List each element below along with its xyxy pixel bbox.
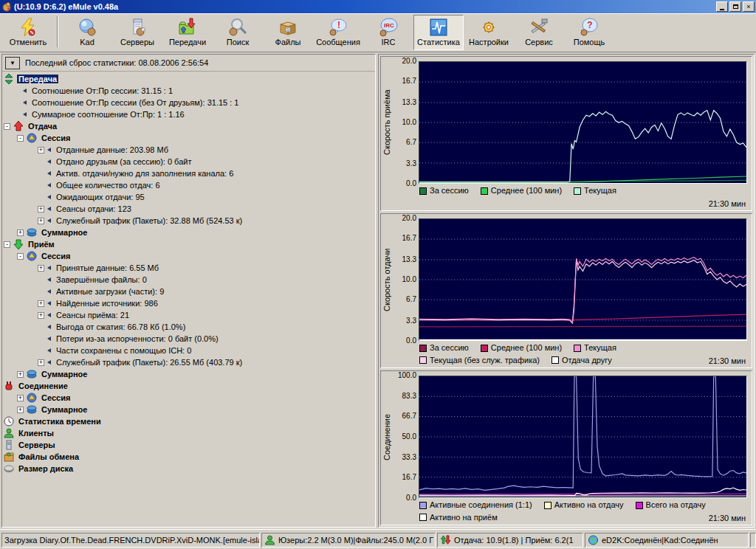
expand-toggle-icon[interactable]: +: [17, 395, 24, 401]
tree-item[interactable]: -Сессия: [2, 132, 375, 144]
window-controls: ×: [715, 1, 755, 12]
tree-item[interactable]: Клиенты: [2, 427, 375, 439]
shared-files-icon: [4, 452, 14, 462]
tree-item[interactable]: Передача: [2, 73, 375, 85]
legend-item: Отдача другу: [551, 355, 612, 366]
expand-toggle-icon[interactable]: +: [38, 359, 44, 366]
statistics-dropdown-button[interactable]: ▼: [5, 57, 20, 69]
statistics-tree: ПередачаСоотношение От:Пр сессии: 31.15 …: [2, 72, 375, 527]
close-button[interactable]: ×: [743, 1, 755, 12]
chart-y-axis-label: Скорость отдачи: [382, 218, 394, 341]
toolbar-button-transfers[interactable]: Передачи: [162, 15, 213, 50]
toolbar-button-kad[interactable]: Kad: [62, 15, 112, 50]
toolbar-button-search[interactable]: Поиск: [213, 15, 263, 50]
tree-item[interactable]: +Суммарное: [2, 227, 375, 238]
tree-item[interactable]: Отдано друзьям (за сессию): 0 байт: [2, 156, 375, 168]
irc-bubble-icon: IRC: [379, 17, 398, 37]
tree-item[interactable]: +Суммарное: [2, 368, 375, 380]
toolbar-button-servers[interactable]: Серверы: [112, 15, 162, 50]
tree-item[interactable]: Соединение: [2, 380, 375, 392]
tree-item[interactable]: Части сохранены с помощью ICH: 0: [2, 345, 375, 356]
tree-item[interactable]: +Служебный трафик (Пакеты): 26.55 Мб (40…: [2, 356, 375, 368]
y-tick-label: 16.7: [402, 77, 416, 85]
legend-item: За сессию: [419, 185, 469, 196]
y-tick-label: 13.3: [402, 255, 416, 263]
tree-item[interactable]: +Сеансы приёма: 21: [2, 309, 375, 321]
tree-item[interactable]: Файлы обмена: [2, 451, 375, 463]
toolbar-button-help[interactable]: ?Помощь: [564, 15, 614, 50]
expand-toggle-icon[interactable]: +: [17, 371, 24, 378]
legend-item: Среднее (100 мин): [481, 185, 562, 196]
toolbar-button-irc[interactable]: IRCIRC: [363, 15, 413, 50]
tree-item-label: Сеансы отдачи: 123: [55, 204, 133, 213]
toolbar-button-messages[interactable]: !Сообщения: [313, 15, 363, 50]
tree-item-label: Сеансы приёма: 21: [55, 311, 131, 320]
tree-item[interactable]: Соотношение От:Пр сессии: 31.15 : 1: [2, 85, 375, 97]
minimize-button[interactable]: [716, 1, 728, 12]
expand-toggle-icon[interactable]: -: [17, 135, 24, 142]
expand-toggle-icon[interactable]: +: [38, 147, 44, 153]
expand-toggle-icon[interactable]: +: [38, 218, 44, 224]
tree-item[interactable]: +Найденные источники: 986: [2, 297, 375, 309]
toolbar-button-cancel[interactable]: Отменить: [3, 15, 53, 50]
tree-item[interactable]: Актив. отдачи/нужно для заполнения канал…: [2, 168, 375, 179]
tree-item[interactable]: +Принятые данные: 6.55 Мб: [2, 262, 375, 274]
y-tick-label: 0.0: [406, 179, 416, 187]
expand-toggle-icon[interactable]: +: [38, 206, 44, 213]
tree-item[interactable]: Серверы: [2, 439, 375, 451]
legend-color-chip: [481, 345, 488, 352]
status-text: Юзеры:2.2 М(3.0 М)|Файлы:245.0 М(2.0 Г: [278, 536, 433, 545]
bullet-arrow-icon: [47, 360, 51, 365]
expand-toggle-icon[interactable]: +: [17, 407, 24, 413]
y-tick-label: 13.3: [402, 98, 416, 106]
tree-item[interactable]: +Сессия: [2, 392, 375, 404]
tree-item[interactable]: Общее количество отдач: 6: [2, 179, 375, 191]
bullet-arrow-icon: [47, 289, 51, 294]
toolbar-button-files[interactable]: SФайлы: [263, 15, 313, 50]
tree-item[interactable]: +Сеансы отдачи: 123: [2, 203, 375, 215]
tree-item[interactable]: Выгода от сжатия: 66.78 Кб (1.0%): [2, 321, 375, 333]
tree-item[interactable]: -Приём: [2, 238, 375, 250]
tree-item[interactable]: +Отданные данные: 203.98 Мб: [2, 144, 375, 156]
tree-item[interactable]: -Отдача: [2, 120, 375, 132]
gear-icon: [479, 17, 498, 37]
emule-app-icon: [1, 1, 12, 12]
expand-toggle-icon[interactable]: -: [4, 123, 10, 130]
tree-item[interactable]: Завершённые файлы: 0: [2, 274, 375, 286]
toolbar-button-service[interactable]: Сервис: [514, 15, 564, 50]
chart-legend: Активные соединения (1:1)Активно на отда…: [419, 500, 747, 524]
chart-y-ticks: 20.016.713.310.06.73.30.0: [394, 218, 419, 341]
expand-toggle-icon[interactable]: +: [38, 265, 44, 272]
tree-item-label: Передача: [17, 75, 58, 83]
legend-label: Среднее (100 мин): [491, 342, 562, 353]
total-cylinder-icon: [27, 227, 37, 238]
toolbar-button-stats[interactable]: Статистика: [413, 15, 464, 50]
tree-item[interactable]: Соотношение От:Пр сессии (без От друзьям…: [2, 97, 375, 108]
status-section-connection-state: eD2K:Соединён|Kad:Соединён: [585, 533, 749, 548]
legend-color-chip: [544, 502, 551, 509]
bullet-arrow-icon: [23, 89, 27, 93]
tree-item[interactable]: Активные загрузки (части): 9: [2, 286, 375, 297]
download-arrow-icon: [13, 239, 24, 249]
toolbar-button-label: Поиск: [227, 38, 249, 46]
legend-color-chip: [419, 356, 427, 364]
legend-label: Активные соединения (1:1): [430, 500, 532, 511]
expand-toggle-icon[interactable]: -: [17, 253, 24, 260]
tree-item[interactable]: +Служебный трафик (Пакеты): 32.88 Мб (52…: [2, 215, 375, 227]
tree-item[interactable]: Суммарное соотношение От:Пр: 1 : 1.16: [2, 108, 375, 120]
expand-toggle-icon[interactable]: +: [17, 229, 24, 236]
chart-plot-area: [419, 376, 747, 498]
chart-y-ticks: 20.016.713.310.06.73.30.0: [394, 61, 419, 184]
tree-item[interactable]: Размер диска: [2, 463, 375, 474]
tree-item[interactable]: -Сессия: [2, 250, 375, 262]
expand-toggle-icon[interactable]: +: [38, 312, 44, 319]
expand-toggle-icon[interactable]: +: [38, 300, 44, 307]
tree-item[interactable]: Ожидающих отдачи: 95: [2, 191, 375, 203]
tree-item[interactable]: Статистика времени: [2, 415, 375, 427]
restore-button[interactable]: [729, 1, 741, 12]
legend-label: Всего на отдачу: [646, 500, 706, 511]
toolbar-button-settings[interactable]: Настройки: [464, 15, 514, 50]
tree-item[interactable]: Потери из-за испорченности: 0 байт (0.0%…: [2, 333, 375, 345]
expand-toggle-icon[interactable]: -: [4, 241, 10, 248]
tree-item[interactable]: +Суммарное: [2, 404, 375, 415]
